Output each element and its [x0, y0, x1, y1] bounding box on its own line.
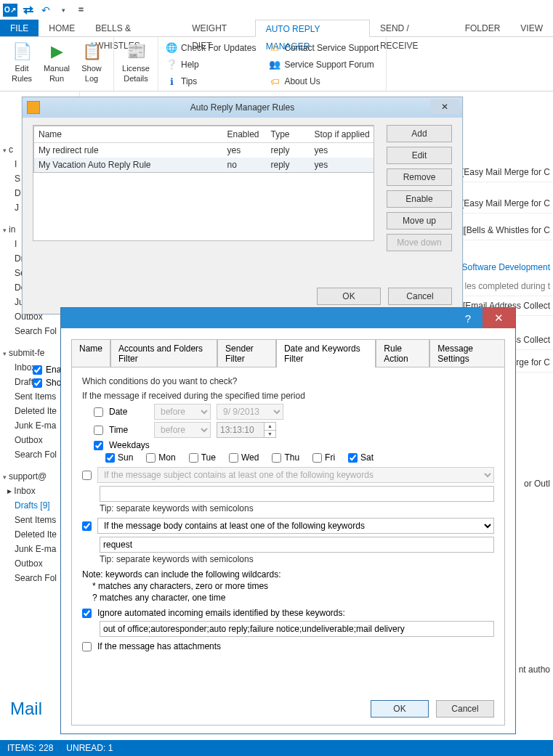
- add-button[interactable]: Add: [387, 125, 452, 142]
- tab-message-settings[interactable]: Message Settings: [429, 339, 505, 367]
- warning-icon: ⚠: [269, 42, 280, 54]
- send-receive-icon[interactable]: [22, 4, 35, 17]
- about-button[interactable]: 🏷About Us: [266, 74, 382, 89]
- ignore-label: Ignore automated incoming emails identif…: [97, 608, 345, 618]
- body-keywords-input[interactable]: [100, 537, 494, 553]
- body-condition-select[interactable]: If the message body contains at least on…: [97, 518, 494, 534]
- check-updates-button[interactable]: 🌐Check For Updates: [163, 40, 259, 55]
- tab-send-receive[interactable]: SEND / RECEIVE: [370, 20, 455, 36]
- subject-keywords-checkbox[interactable]: [82, 471, 92, 480]
- status-unread: UNREAD: 1: [66, 743, 113, 753]
- cancel-button[interactable]: Cancel: [388, 288, 452, 305]
- day-sun[interactable]: Sun: [105, 452, 133, 463]
- date-value-select[interactable]: 9/ 9/2013: [217, 404, 283, 420]
- about-icon: 🏷: [269, 76, 280, 87]
- tip-label: Tip: separate keywords with semicolons: [100, 554, 494, 564]
- day-wed[interactable]: Wed: [229, 452, 259, 463]
- mail-module-label[interactable]: Mail: [10, 699, 42, 719]
- tab-pane: Which conditions do you want to check? I…: [71, 367, 505, 725]
- move-down-button[interactable]: Move down: [387, 234, 452, 251]
- tab-sender-filter[interactable]: Sender Filter: [217, 339, 276, 367]
- rule-edit-dialog: ? ✕ Name Accounts and Folders Filter Sen…: [60, 307, 516, 734]
- ignore-automated-checkbox[interactable]: [82, 609, 92, 618]
- ignore-keywords-input[interactable]: [100, 621, 494, 637]
- day-fri[interactable]: Fri: [312, 452, 335, 463]
- conditions-heading: Which conditions do you want to check?: [82, 376, 494, 386]
- dialog-titlebar: Auto Reply Manager Rules ✕: [23, 97, 462, 118]
- support-forum-button[interactable]: 👥Service Support Forum: [266, 57, 382, 72]
- globe-icon: 🌐: [166, 42, 177, 54]
- weekdays-label: Weekdays: [109, 440, 150, 450]
- status-items: ITEMS: 228: [7, 743, 53, 753]
- dialog-title: Auto Reply Manager Rules: [190, 102, 294, 113]
- tab-bells[interactable]: BELLS & WHISTLES: [85, 20, 182, 36]
- rules-table[interactable]: Name Enabled Type Stop if applied My red…: [33, 126, 374, 173]
- tip-label: Tip: separate keywords with semicolons: [100, 503, 494, 513]
- spin-up-icon[interactable]: ▲: [265, 423, 275, 431]
- date-label: Date: [109, 407, 148, 417]
- weekday-group: Sun Mon Tue Wed Thu Fri Sat: [105, 452, 494, 463]
- close-button[interactable]: ✕: [483, 308, 515, 328]
- close-button[interactable]: ✕: [430, 99, 459, 114]
- edit-rules-icon: 📄: [10, 40, 33, 63]
- tab-accounts-filter[interactable]: Accounts and Folders Filter: [110, 339, 217, 367]
- edit-button[interactable]: Edit: [387, 147, 452, 164]
- col-stop[interactable]: Stop if applied: [310, 126, 375, 143]
- contact-support-button[interactable]: ⚠Contact Service Support: [266, 40, 382, 55]
- date-checkbox[interactable]: [94, 407, 103, 417]
- ok-button[interactable]: OK: [317, 288, 381, 305]
- tab-rule-action[interactable]: Rule Action: [376, 339, 429, 367]
- date-op-select[interactable]: before: [154, 404, 211, 420]
- move-up-button[interactable]: Move up: [387, 212, 452, 229]
- table-row[interactable]: My Vacation Auto Reply Rulenoreplyyes: [34, 158, 375, 173]
- tab-auto-reply-manager[interactable]: AUTO REPLY MANAGER: [255, 20, 370, 37]
- table-row[interactable]: My redirect ruleyesreplyyes: [34, 143, 375, 158]
- subject-condition-select[interactable]: If the message subject contains at least…: [97, 467, 494, 483]
- help-button[interactable]: ❔Help: [163, 57, 259, 72]
- time-value-input[interactable]: [217, 422, 265, 438]
- time-period-label: If the message if received during the sp…: [82, 391, 494, 401]
- time-checkbox[interactable]: [94, 426, 103, 435]
- tab-name[interactable]: Name: [71, 339, 110, 367]
- info-icon: ℹ: [166, 76, 177, 87]
- enable-button[interactable]: Enable: [387, 190, 452, 208]
- tab-view[interactable]: VIEW: [510, 20, 553, 36]
- quick-access-toolbar: O↗ ↶ ▾ 〓: [0, 0, 553, 20]
- log-icon: 📋: [80, 40, 103, 63]
- col-name[interactable]: Name: [34, 126, 223, 143]
- body-keywords-checkbox[interactable]: [82, 521, 92, 531]
- day-mon[interactable]: Mon: [146, 452, 175, 463]
- undo-icon[interactable]: ↶: [39, 4, 52, 17]
- day-sat[interactable]: Sat: [348, 452, 374, 463]
- attachments-checkbox[interactable]: [82, 642, 92, 651]
- time-op-select[interactable]: before: [154, 422, 211, 438]
- day-tue[interactable]: Tue: [189, 452, 216, 463]
- qat-dropdown-icon[interactable]: ▾: [57, 4, 70, 17]
- edit-rules-button[interactable]: 📄 EditRules: [4, 38, 39, 89]
- license-details-button[interactable]: 📰 LicenseDetails: [118, 38, 153, 89]
- tab-home[interactable]: HOME: [39, 20, 85, 36]
- tips-button[interactable]: ℹTips: [163, 74, 259, 89]
- day-thu[interactable]: Thu: [272, 452, 299, 463]
- show-log-button[interactable]: 📋 ShowLog: [74, 38, 109, 89]
- people-icon: 👥: [269, 59, 280, 70]
- subject-keywords-input[interactable]: [100, 486, 494, 502]
- col-enabled[interactable]: Enabled: [223, 126, 267, 143]
- tab-weight[interactable]: WEIGHT DIET: [182, 20, 255, 36]
- weekdays-checkbox[interactable]: [94, 441, 103, 450]
- ribbon: 📄 EditRules ▶ ManualRun 📋 ShowLog 📰 Lice…: [0, 37, 553, 92]
- status-bar: ITEMS: 228 UNREAD: 1: [0, 740, 553, 756]
- spin-down-icon[interactable]: ▼: [265, 431, 275, 438]
- cancel-button[interactable]: Cancel: [436, 700, 494, 718]
- tab-date-keywords-filter[interactable]: Date and Keywords Filter: [276, 339, 376, 367]
- help-button[interactable]: ?: [453, 308, 483, 328]
- tab-file[interactable]: FILE: [0, 20, 39, 36]
- remove-button[interactable]: Remove: [387, 168, 452, 186]
- tab-folder[interactable]: FOLDER: [455, 20, 511, 36]
- col-type[interactable]: Type: [267, 126, 310, 143]
- dialog-titlebar: ? ✕: [61, 308, 515, 328]
- customize-icon[interactable]: 〓: [74, 4, 87, 17]
- manual-run-button[interactable]: ▶ ManualRun: [39, 38, 74, 89]
- time-spinner[interactable]: ▲▼: [265, 422, 276, 438]
- ok-button[interactable]: OK: [371, 700, 429, 718]
